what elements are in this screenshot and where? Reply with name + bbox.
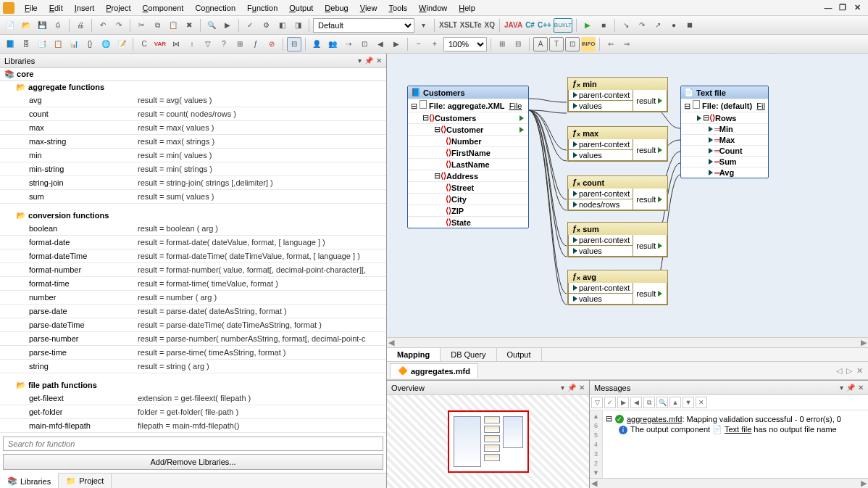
lib-function-row[interactable]: main-mfd-filepathfilepath = main-mfd-fil… [0, 419, 386, 433]
step-into-button[interactable]: ↘ [619, 18, 633, 33]
zoom-in-button[interactable]: + [427, 37, 442, 51]
lib-function-row[interactable]: mfd-filepathfilepath = mfd-filepath() [0, 433, 386, 434]
tree-node[interactable]: ⟨⟩ FirstName [408, 146, 528, 158]
func-input[interactable]: values [568, 294, 633, 305]
find-button[interactable]: 🔍 [204, 18, 219, 33]
lib-function-row[interactable]: booleanresult = boolean ( arg ) [0, 222, 386, 236]
tool-a-button[interactable]: ◧ [275, 18, 289, 33]
search-input[interactable] [3, 437, 383, 451]
menu-debug[interactable]: Debug [319, 2, 354, 14]
mapping-canvas[interactable]: 📘 Customers ⊟ File: aggregate.XML File ⊟… [387, 54, 868, 337]
menu-edit[interactable]: Edit [43, 2, 69, 14]
func-output[interactable]: result [633, 189, 667, 210]
builtin-button[interactable]: BUI/LT [554, 18, 572, 33]
paste-button[interactable]: 📋 [166, 18, 180, 33]
show-sel-button[interactable]: ⊡ [357, 37, 372, 51]
menu-connection[interactable]: Connection [189, 2, 241, 14]
target-file-button[interactable]: Fil [756, 102, 765, 110]
step-out-button[interactable]: ↗ [651, 18, 665, 33]
insert-text-button[interactable]: 📝 [114, 37, 129, 51]
pane-close-icon[interactable]: ✕ [858, 384, 864, 392]
msg-prev-icon[interactable]: ◀ [630, 397, 642, 408]
save-button[interactable]: 💾 [35, 18, 49, 33]
lib-function-row[interactable]: minresult = min( values ) [0, 149, 386, 162]
message-row[interactable]: ⊟ ✓ aggregates.mfd: Mapping validation s… [606, 413, 865, 424]
tree-node[interactable]: ⟨⟩ ZIP [408, 204, 528, 216]
xslt2-button[interactable]: XSLTe [459, 18, 483, 33]
messages-hscroll[interactable]: ◀▶ [590, 478, 868, 488]
lib-group[interactable]: 📂 aggregate functions [0, 81, 386, 94]
pane-pin-icon[interactable]: 📌 [567, 384, 576, 392]
show-tgt-button[interactable]: ▶ [389, 37, 404, 51]
close-button[interactable]: ✕ [852, 3, 862, 13]
menu-output[interactable]: Output [283, 2, 319, 14]
print-button[interactable]: 🖨 [73, 18, 88, 33]
lib-group[interactable]: 📂 conversion functions [0, 210, 386, 222]
lib-function-row[interactable]: max-stringresult = max( strings ) [0, 135, 386, 149]
lib-function-row[interactable]: sumresult = sum( values ) [0, 190, 386, 204]
lib-group[interactable]: 📂 file path functions [0, 379, 386, 392]
func-input[interactable]: parent-context [568, 139, 633, 150]
lib-function-row[interactable]: maxresult = max( values ) [0, 121, 386, 135]
tab-dbquery[interactable]: DB Query [441, 348, 496, 361]
tree-node[interactable]: ⟨⟩ LastName [408, 158, 528, 170]
msg-find-icon[interactable]: 🔍 [656, 397, 668, 408]
target-file-row[interactable]: ⊟ File: (default) Fil [681, 99, 768, 112]
menu-window[interactable]: Window [413, 2, 453, 14]
view-2-button[interactable]: T [549, 37, 564, 51]
new-button[interactable]: 📄 [3, 18, 17, 33]
tab-mapping[interactable]: Mapping [387, 348, 441, 361]
lib-root[interactable]: 📚 core [0, 68, 386, 81]
zoom-combo[interactable]: 100% [443, 37, 487, 51]
source-file-button[interactable]: File [509, 102, 522, 110]
func-input[interactable]: nodes/rows [568, 199, 633, 210]
menu-help[interactable]: Help [453, 2, 481, 14]
lib-function-row[interactable]: format-timeresult = format-time( timeVal… [0, 277, 386, 291]
lib-function-row[interactable]: min-stringresult = min( strings ) [0, 162, 386, 176]
lib-function-row[interactable]: format-numberresult = format-number( val… [0, 263, 386, 277]
delete-button[interactable]: ✖ [182, 18, 196, 33]
libraries-list[interactable]: 📚 core📂 aggregate functionsavgresult = a… [0, 68, 386, 434]
lib-function-row[interactable]: format-dateresult = format-date( dateVal… [0, 236, 386, 249]
tree-node[interactable]: ⊟ ⟨⟩ Address [408, 170, 528, 181]
tab-prev-icon[interactable]: ◁ [834, 366, 844, 375]
xq-button[interactable]: XQ [483, 18, 495, 33]
overview-canvas[interactable] [387, 395, 589, 488]
autoconnect-button[interactable]: ⊟ [287, 37, 301, 51]
func-box-sum[interactable]: ƒₓsumparent-contextvaluesresult [567, 222, 668, 257]
tab-libraries[interactable]: 📚Libraries [0, 473, 59, 488]
debug-stop-button[interactable]: ⏹ [683, 18, 697, 33]
view-info-button[interactable]: INFO [581, 37, 596, 51]
find-next-button[interactable]: ▶ [220, 18, 235, 33]
show-ann-button[interactable]: 👥 [325, 37, 340, 51]
back-button[interactable]: ⇐ [604, 37, 618, 51]
restore-button[interactable]: ❐ [838, 3, 848, 13]
view-3-button[interactable]: ⊡ [565, 37, 580, 51]
lib-function-row[interactable]: string-joinresult = string-join( strings… [0, 176, 386, 190]
func-input[interactable]: parent-context [568, 235, 633, 246]
func-output[interactable]: result [633, 90, 667, 112]
msg-down-icon[interactable]: ▼ [683, 397, 694, 408]
messages-list[interactable]: ⊟ ✓ aggregates.mfd: Mapping validation s… [603, 410, 868, 478]
insert-ws-button[interactable]: 🌐 [99, 37, 113, 51]
pane-close-icon[interactable]: ✕ [376, 57, 382, 65]
show-types-button[interactable]: 👤 [309, 37, 324, 51]
add-remove-libraries-button[interactable]: Add/Remove Libraries... [3, 454, 383, 470]
insert-sort-button[interactable]: ↕ [185, 37, 199, 51]
run-button[interactable]: ▶ [580, 18, 595, 33]
tree-node[interactable]: ⟨⟩ Number [408, 135, 528, 146]
msg-next-icon[interactable]: ▶ [617, 397, 629, 408]
insert-const-button[interactable]: C [137, 37, 151, 51]
func-output[interactable]: result [633, 235, 667, 257]
lib-function-row[interactable]: numberresult = number ( arg ) [0, 291, 386, 305]
insert-except-button[interactable]: ⊘ [264, 37, 279, 51]
overview-viewport[interactable] [448, 410, 529, 473]
cs-button[interactable]: C# [525, 18, 535, 33]
validate-button[interactable]: ✓ [243, 18, 257, 33]
tree-node[interactable]: ═ Sum [681, 156, 768, 167]
lib-function-row[interactable]: format-dateTimeresult = format-dateTime(… [0, 249, 386, 263]
engine-opt-button[interactable]: ▾ [416, 18, 430, 33]
tree-node[interactable]: ⟨⟩ State [408, 216, 528, 228]
func-input[interactable]: values [568, 101, 633, 112]
insert-json-button[interactable]: {} [83, 37, 97, 51]
